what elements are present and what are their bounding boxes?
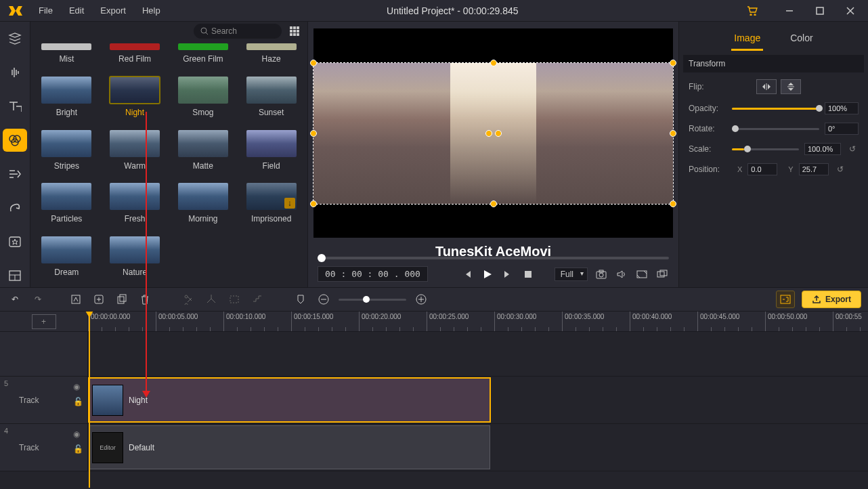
time-ruler[interactable]: 00:00:00.00000:00:05.00000:00:10.00000:0… (88, 312, 868, 331)
zoom-slider[interactable] (339, 299, 406, 301)
rotate-input[interactable] (825, 123, 859, 135)
tab-image[interactable]: Image (731, 27, 763, 51)
filter-stripes[interactable]: Stripes (40, 130, 93, 177)
label-scale: Scale: (689, 144, 726, 154)
filter-nature[interactable]: Nature (108, 236, 162, 283)
clip-default[interactable]: Editor Default (89, 425, 490, 469)
filter-dream[interactable]: Dream (40, 236, 93, 283)
rail-transitions-icon[interactable] (0, 163, 30, 186)
tab-color[interactable]: Color (787, 27, 815, 51)
transform-handle[interactable] (310, 200, 317, 207)
filter-smog[interactable]: Smog (177, 77, 230, 123)
maximize-button[interactable] (804, 0, 835, 22)
filter-red-film[interactable]: Red Film (108, 43, 162, 70)
filter-imprisoned[interactable]: ↓Imprisoned (244, 183, 298, 230)
prev-frame-button[interactable] (460, 268, 474, 281)
filter-mist[interactable]: Mist (40, 43, 93, 70)
zoom-in-button[interactable] (413, 291, 429, 307)
filter-particles[interactable]: Particles (40, 183, 93, 230)
zoom-out-button[interactable] (316, 291, 332, 307)
center-pivot-icon[interactable] (485, 130, 502, 137)
crop-button[interactable] (203, 291, 219, 307)
visibility-toggle-icon[interactable]: ◉ (73, 429, 83, 439)
detach-button[interactable] (655, 268, 669, 281)
zoom-handle[interactable] (363, 296, 370, 303)
volume-button[interactable] (615, 268, 628, 281)
position-y-input[interactable] (799, 163, 829, 175)
scale-slider[interactable] (732, 148, 799, 150)
stop-button[interactable] (521, 268, 535, 281)
add-track-button[interactable]: + (32, 314, 56, 329)
lock-toggle-icon[interactable]: 🔓 (73, 397, 83, 406)
tool-copy-icon[interactable] (114, 291, 130, 307)
export-button[interactable]: Export (802, 291, 861, 308)
menu-edit[interactable]: Edit (61, 0, 92, 21)
opacity-input[interactable] (825, 102, 859, 114)
search-input[interactable]: Search (194, 24, 282, 39)
redo-button[interactable]: ↷ (30, 291, 46, 307)
filter-sunset[interactable]: Sunset (244, 77, 298, 123)
menu-help[interactable]: Help (134, 0, 169, 21)
next-frame-button[interactable] (501, 268, 515, 281)
view-mode-select[interactable]: Full (555, 268, 588, 281)
menu-file[interactable]: File (30, 0, 61, 21)
tool-rect-icon[interactable] (226, 291, 242, 307)
transform-handle[interactable] (670, 130, 676, 137)
filter-fresh[interactable]: Fresh (108, 183, 162, 230)
cart-icon[interactable] (737, 0, 767, 22)
transform-handle[interactable] (490, 200, 497, 207)
marker-button[interactable] (292, 291, 309, 307)
delete-button[interactable] (137, 291, 153, 307)
flip-horizontal-button[interactable] (756, 79, 777, 94)
play-button[interactable] (481, 268, 494, 281)
aspect-button[interactable] (635, 268, 649, 281)
rail-text-icon[interactable] (0, 95, 30, 118)
close-button[interactable] (835, 0, 865, 22)
scale-reset-icon[interactable]: ↺ (846, 143, 859, 155)
tool-a-icon[interactable] (68, 291, 84, 307)
rail-favorites-icon[interactable] (0, 230, 30, 253)
opacity-slider[interactable] (732, 108, 819, 110)
rail-animations-icon[interactable] (0, 196, 30, 219)
split-button[interactable] (180, 291, 196, 307)
rotate-slider[interactable] (732, 128, 819, 130)
filter-bright[interactable]: Bright (40, 77, 93, 123)
lock-toggle-icon[interactable]: 🔓 (73, 444, 83, 454)
filter-haze[interactable]: Haze (244, 43, 298, 70)
clip-night[interactable]: Night (89, 378, 490, 422)
scale-input[interactable] (804, 143, 841, 155)
undo-button[interactable]: ↶ (7, 291, 23, 307)
position-x-input[interactable] (747, 163, 777, 175)
rail-split-icon[interactable] (0, 264, 30, 287)
filter-morning[interactable]: Morning (177, 183, 230, 230)
rail-media-icon[interactable] (0, 27, 30, 50)
playhead[interactable] (89, 312, 90, 488)
auto-match-button[interactable] (776, 291, 795, 308)
rail-filters-icon[interactable] (3, 129, 27, 152)
filter-field[interactable]: Field (244, 130, 298, 177)
filter-night[interactable]: Night (108, 77, 162, 123)
minimize-button[interactable] (774, 0, 804, 22)
transform-handle[interactable] (670, 200, 676, 207)
svg-rect-37 (781, 295, 790, 303)
tool-speed-icon[interactable] (249, 291, 265, 307)
grid-view-toggle-icon[interactable] (287, 24, 302, 39)
tool-add-icon[interactable] (91, 291, 107, 307)
filter-warm[interactable]: Warm (108, 130, 162, 177)
flip-vertical-button[interactable] (781, 79, 801, 94)
rail-audio-icon[interactable] (0, 61, 30, 84)
filter-matte[interactable]: Matte (177, 130, 230, 177)
filter-green-film[interactable]: Green Film (177, 43, 230, 70)
transform-handle[interactable] (670, 60, 676, 66)
snapshot-button[interactable] (594, 268, 608, 281)
position-reset-icon[interactable]: ↺ (834, 163, 846, 175)
video-frame[interactable] (313, 63, 673, 204)
transform-handle[interactable] (310, 130, 317, 137)
transform-handle[interactable] (490, 60, 497, 66)
visibility-toggle-icon[interactable]: ◉ (73, 382, 83, 391)
preview-scrubber[interactable] (318, 257, 669, 259)
transform-handle[interactable] (310, 60, 317, 66)
video-canvas[interactable]: TunesKit AceMovi (313, 28, 673, 238)
menu-export[interactable]: Export (92, 0, 134, 21)
scrubber-handle[interactable] (318, 254, 326, 262)
